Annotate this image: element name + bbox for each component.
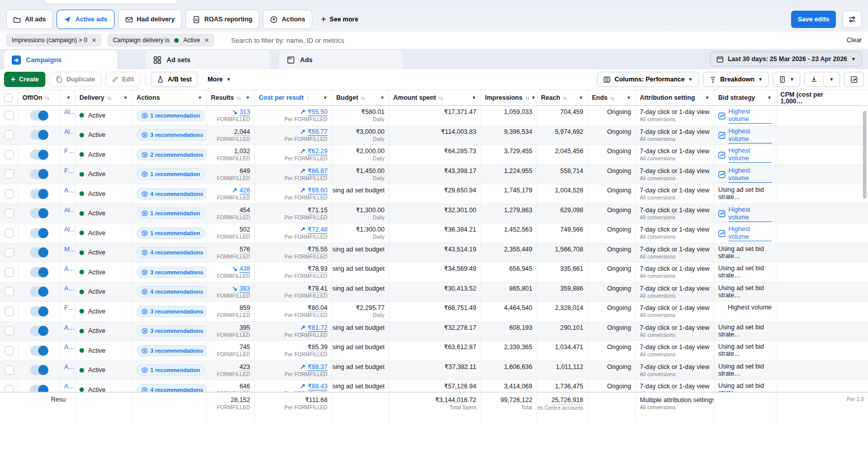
filter-active-ads-button[interactable]: Active ads bbox=[57, 10, 115, 29]
sort-icon[interactable]: ↑↓ bbox=[610, 95, 614, 101]
date-range-picker[interactable]: Last 30 days: 25 Mar 2026 - 23 Apr 2026 … bbox=[710, 51, 862, 67]
header-cost-per-result[interactable]: Cost per result↑▼ bbox=[255, 90, 332, 105]
campaign-name-link[interactable]: Al… bbox=[64, 128, 75, 136]
results-value[interactable]: 423 bbox=[239, 363, 250, 371]
results-value[interactable]: 1,032 bbox=[234, 148, 250, 155]
sort-icon[interactable]: ↑↓ bbox=[563, 95, 567, 101]
cost-per-result-value[interactable]: ₹62.29 bbox=[308, 148, 328, 155]
tab-campaigns[interactable]: Campaigns bbox=[4, 50, 117, 69]
recommendations-badge[interactable]: 3 recommendations bbox=[137, 345, 207, 356]
sort-icon[interactable]: ↑↓ bbox=[525, 95, 529, 101]
results-value[interactable]: 313 bbox=[239, 108, 250, 116]
recommendations-badge[interactable]: 4 recommendations bbox=[137, 384, 207, 392]
header-bid-strategy[interactable]: Bid strategy▼ bbox=[714, 90, 776, 105]
results-value[interactable]: 646 bbox=[239, 383, 250, 390]
cost-per-result-value[interactable]: ₹81.72 bbox=[308, 324, 328, 332]
row-checkbox[interactable] bbox=[5, 307, 14, 316]
bid-strategy-link[interactable]: Highest volume bbox=[718, 225, 772, 241]
create-button[interactable]: + Create bbox=[4, 72, 45, 87]
off-on-toggle[interactable] bbox=[30, 365, 48, 375]
off-on-toggle[interactable] bbox=[30, 385, 48, 392]
campaign-name-link[interactable]: A… bbox=[64, 324, 75, 332]
filter-settings-button[interactable] bbox=[843, 11, 862, 28]
sort-icon[interactable]: ↑↓ bbox=[236, 95, 240, 101]
campaign-name-link[interactable]: F… bbox=[64, 167, 74, 175]
off-on-toggle[interactable] bbox=[30, 228, 48, 238]
row-checkbox[interactable] bbox=[5, 150, 14, 159]
filter-caret-icon[interactable]: ▼ bbox=[703, 95, 710, 100]
see-more-button[interactable]: + See more bbox=[316, 10, 363, 29]
off-on-toggle[interactable] bbox=[30, 130, 48, 140]
clear-filters-link[interactable]: Clear bbox=[847, 37, 862, 44]
results-value[interactable]: 649 bbox=[239, 167, 250, 175]
campaign-name-link[interactable]: A… bbox=[64, 363, 75, 371]
row-checkbox[interactable] bbox=[5, 287, 14, 296]
filter-chip-campaign-delivery[interactable]: Campaign delivery is Active × bbox=[107, 34, 214, 47]
search-filter-input[interactable]: Search to filter by: name, ID or metrics bbox=[231, 37, 344, 44]
results-value[interactable]: 502 bbox=[239, 226, 250, 234]
row-checkbox[interactable] bbox=[5, 229, 14, 238]
tab-ad-sets[interactable]: Ad sets bbox=[146, 50, 270, 69]
recommendations-badge[interactable]: 3 recommendations bbox=[137, 306, 207, 317]
off-on-toggle[interactable] bbox=[30, 306, 48, 317]
off-on-toggle[interactable] bbox=[30, 150, 48, 160]
filter-caret-icon[interactable]: ▼ bbox=[625, 95, 631, 100]
chip-close-icon[interactable]: × bbox=[205, 37, 209, 44]
filter-chip-impressions[interactable]: Impressions (campaign) > 0 × bbox=[6, 34, 102, 47]
recommendations-badge[interactable]: 1 recommendation bbox=[137, 168, 205, 180]
recommendations-badge[interactable]: 1 recommendation bbox=[137, 110, 205, 121]
results-value[interactable]: 426 bbox=[239, 187, 250, 194]
cost-per-result-value[interactable]: ₹55.77 bbox=[308, 128, 328, 136]
filter-caret-icon[interactable]: ▼ bbox=[243, 95, 250, 100]
off-on-toggle[interactable] bbox=[30, 169, 48, 179]
campaign-name-link[interactable]: A… bbox=[64, 265, 75, 273]
off-on-toggle[interactable] bbox=[30, 189, 48, 199]
recommendations-badge[interactable]: 1 recommendation bbox=[137, 208, 205, 219]
header-off-on[interactable]: Off/On↑↓ bbox=[18, 90, 60, 105]
results-value[interactable]: 438 bbox=[239, 265, 250, 273]
cost-per-result-value[interactable]: ₹78.93 bbox=[308, 265, 328, 273]
recommendations-badge[interactable]: 3 recommendations bbox=[137, 325, 207, 336]
cost-per-result-value[interactable]: ₹88.43 bbox=[308, 383, 328, 390]
row-checkbox[interactable] bbox=[5, 111, 14, 120]
recommendations-badge[interactable]: 3 recommendations bbox=[137, 267, 207, 278]
campaign-name-link[interactable]: M… bbox=[64, 245, 75, 253]
campaign-name-link[interactable]: A… bbox=[64, 186, 75, 194]
recommendations-badge[interactable]: 4 recommendations bbox=[137, 188, 207, 200]
bid-strategy-link[interactable]: Highest volume bbox=[718, 167, 772, 183]
off-on-toggle[interactable] bbox=[30, 208, 48, 218]
campaign-name-link[interactable]: Al… bbox=[64, 108, 75, 116]
off-on-toggle[interactable] bbox=[30, 287, 48, 297]
sort-ascending-icon[interactable]: ↑ bbox=[306, 95, 309, 101]
cost-per-result-value[interactable]: ₹85.39 bbox=[308, 344, 328, 351]
header-actions[interactable]: Actions▼ bbox=[132, 90, 207, 105]
filter-caret-icon[interactable]: ▼ bbox=[121, 95, 128, 100]
reports-button[interactable]: ▼ bbox=[773, 72, 800, 87]
campaign-name-link[interactable]: F… bbox=[64, 147, 74, 155]
bid-strategy-link[interactable]: Highest volume bbox=[718, 147, 772, 163]
results-value[interactable]: 859 bbox=[239, 304, 250, 312]
bid-strategy-link[interactable]: Highest volume bbox=[718, 128, 772, 144]
recommendations-badge[interactable]: 4 recommendations bbox=[137, 247, 207, 258]
results-value[interactable]: 576 bbox=[239, 246, 250, 253]
row-checkbox[interactable] bbox=[5, 189, 14, 198]
summary-reach[interactable]: 25,726,918 bbox=[551, 396, 583, 405]
header-attribution-setting[interactable]: Attribution setting▼ bbox=[636, 90, 714, 105]
campaign-name-link[interactable]: A… bbox=[64, 343, 75, 351]
cost-per-result-value[interactable]: ₹80.04 bbox=[308, 304, 328, 312]
header-amount-spent[interactable]: Amount spent↑↓▼ bbox=[389, 90, 481, 105]
header-results[interactable]: Results↑↓▼ bbox=[207, 90, 255, 105]
filter-caret-icon[interactable]: ▼ bbox=[529, 95, 536, 100]
filter-caret-icon[interactable]: ▼ bbox=[321, 95, 328, 100]
results-value[interactable]: 395 bbox=[239, 324, 250, 332]
recommendations-badge[interactable]: 2 recommendations bbox=[137, 149, 207, 160]
header-ends[interactable]: Ends↑↓▼ bbox=[588, 90, 636, 105]
recommendations-badge[interactable]: 1 recommendation bbox=[137, 228, 205, 239]
row-checkbox[interactable] bbox=[5, 248, 14, 257]
row-checkbox[interactable] bbox=[5, 209, 14, 218]
filter-had-delivery-button[interactable]: Had delivery bbox=[118, 10, 182, 29]
campaign-name-link[interactable]: F… bbox=[64, 304, 74, 312]
row-checkbox[interactable] bbox=[5, 365, 14, 375]
results-value[interactable]: 383 bbox=[239, 285, 250, 293]
chip-close-icon[interactable]: × bbox=[92, 37, 96, 44]
